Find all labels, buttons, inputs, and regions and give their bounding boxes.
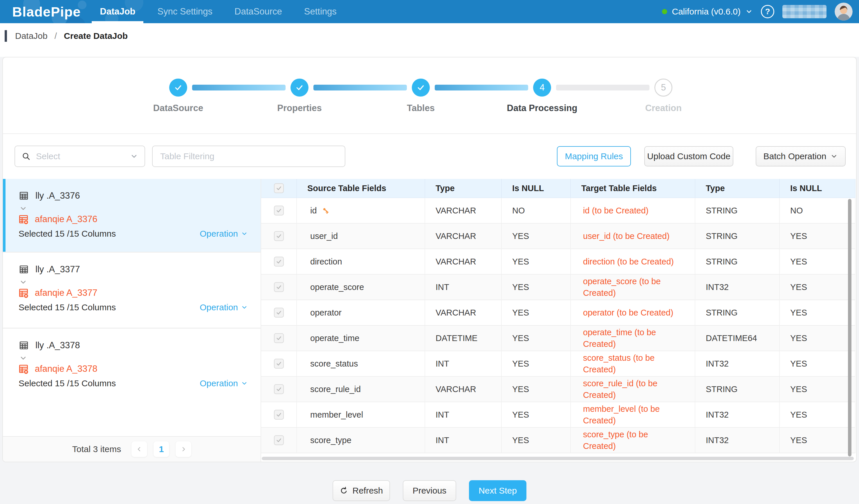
source-table-row: lly .A_3378 — [18, 340, 80, 351]
table-list-panel: lly .A_3376 afanqie A_3376 Selected 15 /… — [3, 179, 261, 462]
previous-label: Previous — [413, 486, 447, 495]
column-header: Is NULL — [780, 179, 856, 198]
nav-tab[interactable]: DataSource — [224, 0, 293, 23]
refresh-button[interactable]: Refresh — [333, 480, 390, 501]
table-filter-input[interactable] — [153, 152, 345, 161]
table-row: operate_score INT YES operate_score (to … — [261, 274, 856, 300]
operation-link[interactable]: Operation — [200, 229, 248, 239]
selected-columns-text: Selected 15 /15 Columns — [18, 302, 116, 312]
target-type: INT32 — [706, 359, 729, 368]
row-checkbox[interactable] — [274, 435, 284, 445]
source-type: VARCHAR — [436, 206, 476, 216]
column-header-label: Target Table Fields — [581, 184, 657, 193]
breadcrumb-separator: / — [55, 31, 57, 41]
list-footer: Total 3 items 1 — [3, 436, 261, 462]
row-checkbox[interactable] — [274, 384, 284, 394]
target-field-name: operate_score (to be Created) — [583, 275, 675, 299]
vertical-scrollbar[interactable] — [848, 199, 852, 456]
table-select-combo[interactable] — [15, 145, 145, 167]
operation-label: Operation — [200, 378, 238, 388]
target-type: INT32 — [706, 282, 729, 292]
table-row: operate_time DATETIME YES operate_time (… — [261, 326, 856, 351]
step-check-icon — [174, 83, 183, 92]
collapse-chevron-icon[interactable] — [19, 204, 27, 212]
nav-tab[interactable]: Settings — [293, 0, 348, 23]
select-input[interactable] — [36, 152, 130, 161]
source-field-name: score_status — [310, 359, 358, 368]
step-circle — [412, 79, 430, 97]
mapping-rules-button[interactable]: Mapping Rules — [557, 146, 631, 167]
target-table-icon — [18, 214, 29, 225]
stepper-step: 5 Creation — [603, 79, 724, 113]
refresh-label: Refresh — [352, 486, 383, 495]
nav-tab[interactable]: DataJob — [89, 0, 146, 23]
source-table-row: lly .A_3377 — [18, 264, 80, 274]
target-table-row: afanqie A_3377 — [18, 287, 97, 298]
nav-tab[interactable]: Sync Settings — [147, 0, 224, 23]
target-table-icon — [18, 363, 29, 374]
table-row: direction VARCHAR YES direction (to be C… — [261, 249, 856, 274]
help-button[interactable]: ? — [761, 5, 774, 18]
upload-custom-code-label: Upload Custom Code — [647, 152, 730, 161]
operation-link[interactable]: Operation — [200, 302, 248, 312]
checkbox-check-icon — [276, 284, 282, 290]
avatar[interactable] — [834, 3, 853, 20]
field-mapping-table: Source Table Fields Type Is NULL Target … — [261, 179, 856, 460]
row-checkbox[interactable] — [274, 308, 284, 317]
row-checkbox[interactable] — [274, 231, 284, 241]
table-pair-item[interactable]: lly .A_3376 afanqie A_3376 Selected 15 /… — [3, 179, 261, 252]
source-type: VARCHAR — [436, 232, 476, 241]
horizontal-scrollbar[interactable] — [262, 457, 854, 460]
table-pair-item[interactable]: lly .A_3377 afanqie A_3377 Selected 15 /… — [3, 252, 261, 328]
table-row: user_id VARCHAR YES user_id (to be Creat… — [261, 224, 856, 249]
breadcrumb-item-datajob[interactable]: DataJob — [15, 31, 48, 41]
collapse-chevron-icon[interactable] — [19, 354, 27, 362]
page-button[interactable]: 1 — [153, 441, 169, 457]
row-checkbox[interactable] — [274, 333, 284, 343]
previous-button[interactable]: Previous — [403, 480, 456, 501]
checkbox-check-icon — [276, 386, 282, 392]
user-name-blurred — [782, 5, 827, 18]
row-checkbox[interactable] — [274, 282, 284, 292]
row-checkbox[interactable] — [274, 410, 284, 420]
table-filter-box — [152, 145, 345, 167]
nav-tab-label: DataSource — [235, 6, 282, 17]
source-table-icon — [18, 264, 29, 274]
row-checkbox-cell — [261, 377, 297, 402]
mapping-rules-label: Mapping Rules — [565, 152, 623, 161]
target-field-name: member_level (to be Created) — [583, 403, 675, 426]
row-checkbox[interactable] — [274, 257, 284, 267]
source-field-name: user_id — [310, 232, 338, 241]
source-field-name: member_level — [310, 410, 363, 420]
operation-link[interactable]: Operation — [200, 378, 248, 388]
row-checkbox[interactable] — [274, 206, 284, 216]
source-nullable: YES — [512, 384, 529, 394]
source-type: INT — [436, 282, 449, 292]
upload-custom-code-button[interactable]: Upload Custom Code — [644, 146, 733, 167]
source-type: VARCHAR — [436, 308, 476, 317]
next-step-button[interactable]: Next Step — [469, 480, 526, 501]
collapse-chevron-icon[interactable] — [19, 278, 27, 286]
table-pair-item[interactable]: lly .A_3378 afanqie A_3378 Selected 15 /… — [3, 328, 261, 404]
next-page-button[interactable] — [176, 441, 191, 457]
breadcrumb-strip: DataJob / Create DataJob — [0, 23, 859, 57]
selected-columns-text: Selected 15 /15 Columns — [18, 378, 116, 388]
step-circle: 5 — [654, 79, 673, 97]
checkbox-check-icon — [276, 411, 282, 418]
environment-selector[interactable]: California (v0.6.0) — [662, 7, 753, 17]
source-type: DATETIME — [436, 333, 477, 343]
row-checkbox[interactable] — [274, 359, 284, 368]
prev-page-button[interactable] — [132, 441, 147, 457]
breadcrumb-item-current: Create DataJob — [64, 31, 128, 41]
header-checkbox[interactable] — [274, 183, 284, 193]
status-dot — [662, 9, 667, 14]
table-row: score_status INT YES score_status (to be… — [261, 351, 856, 377]
footer-actions: Refresh Previous Next Step — [0, 480, 859, 501]
table-row: operator VARCHAR YES operator (to be Cre… — [261, 300, 856, 326]
step-number: 5 — [661, 82, 666, 93]
chevron-down-icon — [241, 304, 248, 311]
target-nullable: YES — [790, 333, 807, 343]
batch-operation-button[interactable]: Batch Operation — [756, 146, 846, 167]
target-type: STRING — [706, 206, 738, 216]
target-type: STRING — [706, 308, 738, 317]
